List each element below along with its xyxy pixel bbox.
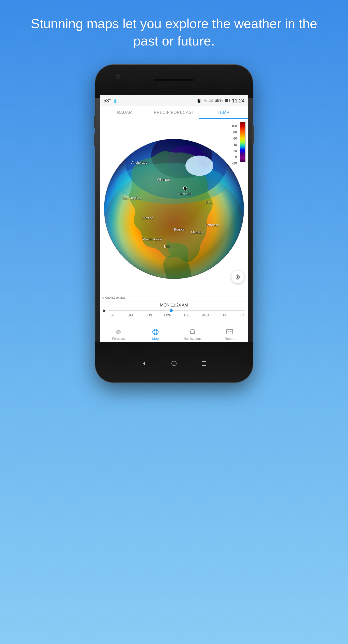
map-label-los-angeles: Los Angeles xyxy=(123,196,141,200)
tab-temp[interactable]: TEMP xyxy=(199,106,248,119)
tl-fri-1: FRI xyxy=(110,314,115,317)
map-label-mexico: Mexico xyxy=(143,216,153,220)
svg-rect-2 xyxy=(209,101,210,102)
phone-top-bezel xyxy=(95,65,253,98)
phone-speaker xyxy=(154,79,194,81)
tl-tue: TUE xyxy=(184,314,190,317)
svg-rect-3 xyxy=(210,100,211,102)
map-label-dallas: Da... xyxy=(205,201,212,204)
tab-precip-forecast[interactable]: PRECIP FORECAST xyxy=(149,106,199,119)
map-view[interactable]: 100 80 60 40 20 0 -20 xyxy=(100,119,248,301)
map-tab-bar: RADAR PRECIP FORECAST TEMP xyxy=(100,106,248,119)
wifi-icon xyxy=(203,98,208,103)
bottom-navigation: Forecast Map xyxy=(100,324,248,344)
timeline-position-dot xyxy=(170,309,173,312)
tl-sat: SAT xyxy=(128,314,133,317)
report-icon xyxy=(226,328,233,336)
nav-label-forecast: Forecast xyxy=(112,337,125,341)
nav-label-map: Map xyxy=(152,337,159,341)
status-left: 53° 💧 xyxy=(103,98,118,104)
battery-icon xyxy=(225,98,230,103)
clock-display: 11:24 xyxy=(232,98,245,104)
svg-marker-33 xyxy=(143,361,145,365)
temperature-display: 53° xyxy=(103,98,111,104)
nav-item-forecast[interactable]: Forecast xyxy=(100,328,137,341)
forecast-icon xyxy=(115,328,122,336)
volume-up-button[interactable] xyxy=(94,116,96,128)
map-label-bogota: Bogota xyxy=(174,227,184,231)
android-nav-buttons xyxy=(139,359,209,368)
svg-point-21 xyxy=(237,276,239,278)
map-globe-icon xyxy=(152,328,159,336)
nav-item-report[interactable]: Report xyxy=(211,328,248,341)
weather-icon: 💧 xyxy=(113,98,118,103)
home-button[interactable] xyxy=(169,359,179,368)
svg-rect-32 xyxy=(227,329,233,334)
phone-screen: 53° 💧 📳 xyxy=(100,95,248,344)
tl-sun: SUN xyxy=(146,314,152,317)
tl-thu: THU xyxy=(221,314,228,317)
nav-item-notifications[interactable]: Notifications xyxy=(174,328,211,341)
status-right: 📳 xyxy=(197,98,245,104)
map-labels-container: Anchorage Winnipeg New York Los Angeles … xyxy=(103,138,245,280)
front-camera xyxy=(116,74,120,79)
phone-device: 53° 💧 📳 xyxy=(95,65,253,382)
timeline-scrubber[interactable] xyxy=(108,310,245,311)
timeline-current-time: MON 11:24 AM xyxy=(103,303,245,308)
map-label-puerto-ayora: Puerto Ayora xyxy=(143,237,162,241)
svg-point-34 xyxy=(172,361,176,366)
nav-label-report: Report xyxy=(225,337,234,341)
signal-icon xyxy=(209,98,213,103)
back-button[interactable] xyxy=(139,359,149,368)
status-bar: 53° 💧 📳 xyxy=(100,95,248,106)
svg-rect-9 xyxy=(230,100,230,101)
tab-radar[interactable]: RADAR xyxy=(100,106,149,119)
svg-point-26 xyxy=(118,331,121,333)
recent-apps-button[interactable] xyxy=(199,359,209,368)
location-icon xyxy=(235,274,241,280)
phone-bottom-bezel xyxy=(95,342,253,382)
globe-container: Anchorage Winnipeg New York Los Angeles … xyxy=(100,119,248,301)
timeline-track[interactable]: ▶ xyxy=(103,309,245,313)
front-sensor xyxy=(226,74,230,78)
tl-wed: WED xyxy=(202,314,209,317)
battery-percent: 69% xyxy=(215,98,223,103)
svg-rect-31 xyxy=(190,333,195,334)
map-label-anchorage: Anchorage xyxy=(131,161,147,164)
notifications-icon xyxy=(189,328,196,336)
globe-wrapper: Anchorage Winnipeg New York Los Angeles … xyxy=(103,138,245,280)
new-york-marker: New York xyxy=(178,186,192,196)
tl-mon: MON xyxy=(164,314,171,317)
svg-rect-8 xyxy=(225,99,228,102)
osm-credit: © OpenStreetMap xyxy=(102,296,125,299)
my-location-button[interactable] xyxy=(231,271,244,283)
timeline-section: MON 11:24 AM ▶ FRI SAT SUN MON TUE WED T… xyxy=(100,301,248,324)
tl-fri-2: FRI xyxy=(240,314,245,317)
volume-down-button[interactable] xyxy=(94,133,96,146)
phone-shell: 53° 💧 📳 xyxy=(95,65,253,382)
timeline-day-labels: FRI SAT SUN MON TUE WED THU FRI xyxy=(103,313,245,317)
vibrate-icon: 📳 xyxy=(197,99,201,103)
svg-rect-35 xyxy=(202,361,206,365)
map-label-lima: Lima xyxy=(164,244,171,248)
page-headline: Stunning maps let you explore the weathe… xyxy=(0,15,348,50)
play-button[interactable]: ▶ xyxy=(103,309,106,313)
nav-label-notifications: Notifications xyxy=(184,337,202,341)
map-label-manaus: Manaus xyxy=(191,230,203,234)
power-button[interactable] xyxy=(252,126,254,144)
map-label-winnipeg: Winnipeg xyxy=(157,178,171,181)
nav-item-map[interactable]: Map xyxy=(137,328,174,341)
map-label-fortaleza: Fortaleza xyxy=(205,223,219,227)
